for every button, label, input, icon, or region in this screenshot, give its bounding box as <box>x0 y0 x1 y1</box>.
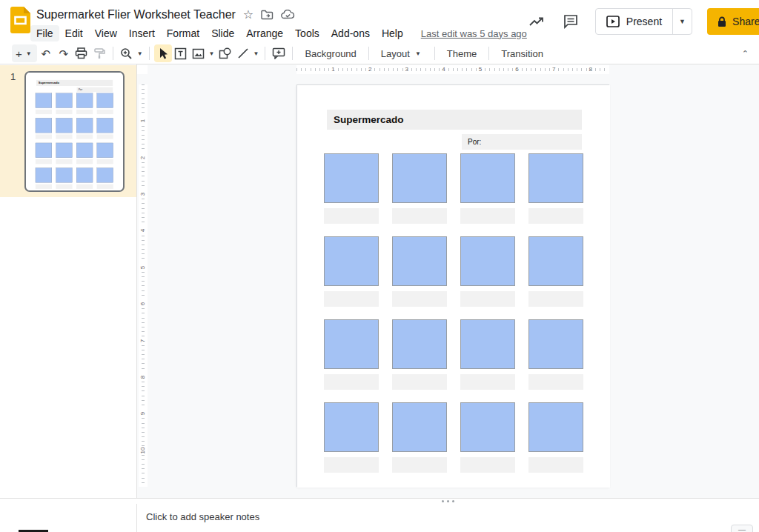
move-folder-icon[interactable] <box>261 10 274 20</box>
caption-placeholder-bar[interactable] <box>460 457 515 473</box>
line-caret-icon[interactable]: ▼ <box>252 50 261 57</box>
caption-placeholder-bar[interactable] <box>324 457 379 473</box>
insert-comment-button[interactable] <box>270 44 288 62</box>
image-placeholder-box[interactable] <box>392 319 447 369</box>
last-edit-link[interactable]: Last edit was 5 days ago <box>421 28 527 39</box>
transition-button[interactable]: Transition <box>494 45 551 62</box>
collapse-toolbar-icon[interactable]: ⌃ <box>742 49 749 59</box>
image-placeholder-box[interactable] <box>528 319 583 369</box>
layout-button[interactable]: Layout ▼ <box>374 45 430 62</box>
select-tool-button[interactable] <box>154 44 172 62</box>
caption-placeholder-bar[interactable] <box>528 374 583 390</box>
image-placeholder-box[interactable] <box>460 319 515 369</box>
image-placeholder-box[interactable] <box>97 118 113 133</box>
caption-placeholder-bar[interactable] <box>76 110 93 114</box>
image-placeholder-box[interactable] <box>36 167 52 182</box>
speaker-notes-placeholder[interactable]: Click to add speaker notes <box>146 511 259 522</box>
image-placeholder-box[interactable] <box>324 153 379 203</box>
slide-page[interactable]: Supermercado Por: <box>296 84 609 487</box>
slide-thumbnail[interactable]: Supermercado Por: <box>24 71 125 192</box>
image-placeholder-box[interactable] <box>56 143 72 158</box>
caption-placeholder-bar[interactable] <box>97 184 113 189</box>
caption-placeholder-bar[interactable] <box>56 110 72 114</box>
menu-help[interactable]: Help <box>376 25 409 41</box>
caption-placeholder-bar[interactable] <box>460 291 515 307</box>
activity-trending-icon[interactable] <box>527 12 546 31</box>
image-placeholder-box[interactable] <box>528 236 583 286</box>
menu-insert[interactable]: Insert <box>123 25 161 41</box>
image-placeholder-box[interactable] <box>460 402 515 452</box>
present-dropdown-caret[interactable]: ▼ <box>672 9 692 34</box>
image-placeholder-box[interactable] <box>528 153 583 203</box>
print-button[interactable] <box>73 44 90 62</box>
caption-placeholder-bar[interactable] <box>392 291 447 307</box>
menu-addons[interactable]: Add-ons <box>325 25 376 41</box>
caption-placeholder-bar[interactable] <box>324 374 379 390</box>
caption-placeholder-bar[interactable] <box>97 159 113 164</box>
image-placeholder-box[interactable] <box>76 143 93 158</box>
image-placeholder-box[interactable] <box>56 167 72 182</box>
caption-placeholder-bar[interactable] <box>76 134 93 139</box>
redo-button[interactable]: ↷ <box>55 44 73 62</box>
image-placeholder-box[interactable] <box>97 93 113 108</box>
image-placeholder-box[interactable] <box>324 319 379 369</box>
caption-placeholder-bar[interactable] <box>56 159 72 164</box>
image-placeholder-box[interactable] <box>36 93 52 108</box>
caption-placeholder-bar[interactable] <box>528 208 583 224</box>
present-button[interactable]: Present <box>596 9 672 34</box>
image-placeholder-box[interactable] <box>56 118 72 133</box>
share-button[interactable]: Share <box>707 8 759 35</box>
image-placeholder-box[interactable] <box>460 153 515 203</box>
image-placeholder-box[interactable] <box>392 153 447 203</box>
caption-placeholder-bar[interactable] <box>460 374 515 390</box>
slides-logo-icon[interactable] <box>10 7 30 33</box>
undo-button[interactable]: ↶ <box>37 44 55 62</box>
image-placeholder-box[interactable] <box>324 236 379 286</box>
por-textbox[interactable]: Por: <box>77 87 113 92</box>
caption-placeholder-bar[interactable] <box>56 134 72 139</box>
insert-shape-button[interactable] <box>216 44 234 62</box>
slide-title-textbox[interactable]: Supermercado <box>327 110 582 130</box>
notes-resize-handle[interactable] <box>0 498 759 504</box>
image-placeholder-box[interactable] <box>97 143 113 158</box>
paint-format-button[interactable] <box>90 44 108 62</box>
menu-file[interactable]: File <box>30 25 59 41</box>
caption-placeholder-bar[interactable] <box>460 208 515 224</box>
menu-format[interactable]: Format <box>161 25 205 41</box>
new-slide-caret-icon[interactable]: ▼ <box>24 50 33 57</box>
menu-arrange[interactable]: Arrange <box>240 25 289 41</box>
zoom-caret-icon[interactable]: ▼ <box>136 50 145 57</box>
caption-placeholder-bar[interactable] <box>76 184 93 189</box>
slide-title-textbox[interactable]: Supermercado <box>36 80 113 86</box>
menu-slide[interactable]: Slide <box>205 25 240 41</box>
menu-edit[interactable]: Edit <box>59 25 89 41</box>
caption-placeholder-bar[interactable] <box>36 184 52 189</box>
bottom-right-button[interactable]: — <box>731 525 753 532</box>
caption-placeholder-bar[interactable] <box>97 134 113 139</box>
caption-placeholder-bar[interactable] <box>97 110 113 114</box>
theme-button[interactable]: Theme <box>440 45 484 62</box>
star-icon[interactable]: ☆ <box>243 9 253 21</box>
caption-placeholder-bar[interactable] <box>76 159 93 164</box>
menu-view[interactable]: View <box>89 25 123 41</box>
new-slide-button[interactable]: + ▼ <box>12 44 37 62</box>
image-placeholder-box[interactable] <box>97 167 113 182</box>
caption-placeholder-bar[interactable] <box>36 159 52 164</box>
background-button[interactable]: Background <box>297 45 363 62</box>
cloud-saved-icon[interactable] <box>281 10 295 20</box>
image-placeholder-box[interactable] <box>324 402 379 452</box>
image-placeholder-box[interactable] <box>392 402 447 452</box>
caption-placeholder-bar[interactable] <box>324 208 379 224</box>
image-placeholder-box[interactable] <box>392 236 447 286</box>
caption-placeholder-bar[interactable] <box>392 457 447 473</box>
caption-placeholder-bar[interactable] <box>36 134 52 139</box>
image-placeholder-box[interactable] <box>36 118 52 133</box>
image-placeholder-box[interactable] <box>76 93 93 108</box>
insert-line-button[interactable] <box>234 44 252 62</box>
caption-placeholder-bar[interactable] <box>392 208 447 224</box>
por-textbox[interactable]: Por: <box>462 134 582 150</box>
image-placeholder-box[interactable] <box>528 402 583 452</box>
insert-image-button[interactable] <box>190 44 208 62</box>
zoom-button[interactable] <box>118 44 136 62</box>
caption-placeholder-bar[interactable] <box>36 110 52 114</box>
